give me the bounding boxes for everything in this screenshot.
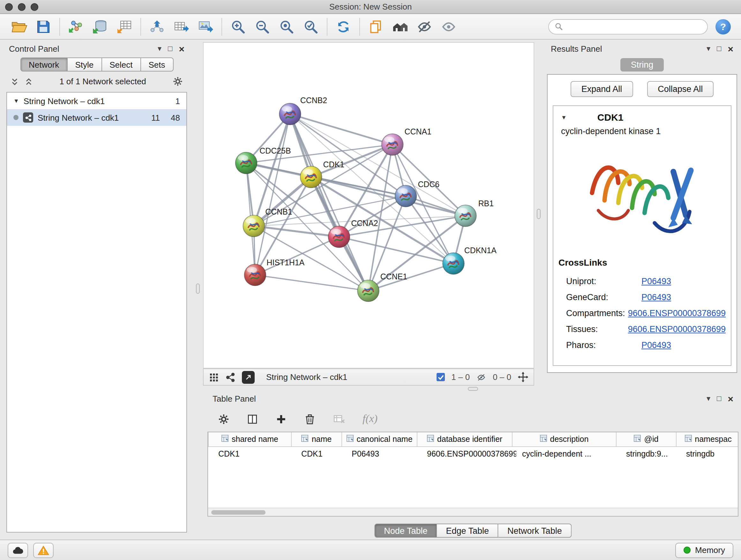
export-image-icon[interactable]	[194, 16, 217, 37]
zoom-out-icon[interactable]	[251, 16, 274, 37]
apply-layout-icon[interactable]	[332, 16, 355, 37]
scrollbar-thumb[interactable]	[211, 510, 266, 515]
panel-menu-icon[interactable]: ▾	[706, 395, 711, 402]
export-network-icon[interactable]	[145, 16, 169, 37]
import-table-file-icon[interactable]	[113, 16, 136, 37]
crosslink-link[interactable]: 9606.ENSP00000378699	[628, 324, 726, 334]
table-cell[interactable]: CDK1	[295, 447, 346, 461]
node-label: CDK1	[323, 160, 344, 169]
network-graph[interactable]: CCNB2CCNA1CDC25BCDK1CDC6RB1CCNB1CCNA2CDK…	[204, 43, 534, 368]
crosslink-link[interactable]: P06493	[642, 340, 671, 350]
table-cell[interactable]: CDK1	[212, 447, 295, 461]
show-all-eye-icon[interactable]	[437, 16, 460, 37]
tab-style[interactable]: Style	[67, 57, 102, 71]
collapse-all-chevrons-icon[interactable]	[10, 77, 19, 86]
panel-close-icon[interactable]: ×	[728, 44, 733, 53]
toolbar-separator	[59, 17, 60, 36]
panel-float-icon[interactable]: □	[717, 45, 722, 52]
share-network-icon[interactable]	[225, 372, 235, 382]
panel-menu-icon[interactable]: ▾	[706, 45, 711, 52]
panel-close-icon[interactable]: ×	[728, 394, 733, 403]
memory-button[interactable]: Memory	[675, 543, 733, 558]
network-node-CCNA2[interactable]: CCNA2	[328, 219, 378, 248]
search-input[interactable]	[567, 22, 701, 31]
network-node-CCNB2[interactable]: CCNB2	[279, 96, 327, 125]
column-header[interactable]: shared name	[209, 432, 292, 446]
save-session-button[interactable]	[32, 16, 55, 37]
zoom-fit-icon[interactable]	[275, 16, 298, 37]
table-cell[interactable]: cyclin-dependent ...	[516, 447, 620, 461]
panel-float-icon[interactable]: □	[717, 395, 722, 402]
column-header[interactable]: namespac	[677, 432, 738, 446]
hidden-eye-slash-icon[interactable]	[476, 373, 486, 381]
table-cell[interactable]: stringdb	[680, 447, 738, 461]
network-node-CDC25B[interactable]: CDC25B	[235, 146, 291, 174]
tab-network-table[interactable]: Network Table	[498, 523, 571, 538]
table-cell[interactable]: P06493	[346, 447, 421, 461]
horizontal-scrollbar[interactable]	[208, 508, 738, 516]
zoom-selected-icon[interactable]	[299, 16, 322, 37]
card-expanded-caret-icon[interactable]: ▼	[561, 114, 567, 120]
column-header[interactable]: description	[513, 432, 616, 446]
show-columns-icon[interactable]	[246, 413, 259, 425]
hide-selected-eye-slash-icon[interactable]	[413, 16, 436, 37]
node-table[interactable]: shared namenamecanonical namedatabase id…	[207, 432, 738, 516]
splitter-handle[interactable]	[468, 387, 478, 391]
network-row-selected[interactable]: String Network – cdk1 11 48	[7, 109, 186, 126]
table-cell[interactable]: stringdb:9...	[620, 447, 680, 461]
table-row[interactable]: CDK1CDK1P064939606.ENSP00000378699cyclin…	[208, 447, 738, 461]
crosslink-link[interactable]: 9606.ENSP00000378699	[628, 308, 726, 318]
column-header[interactable]: @id	[616, 432, 677, 446]
tab-sets[interactable]: Sets	[141, 57, 173, 71]
birdseye-grid-icon[interactable]	[209, 372, 219, 382]
expand-all-chevrons-icon[interactable]	[24, 77, 33, 86]
gear-icon[interactable]	[172, 76, 183, 87]
copy-icon[interactable]	[364, 16, 387, 37]
home-view-icon[interactable]	[389, 16, 412, 37]
delete-column-trash-icon[interactable]	[304, 413, 316, 425]
import-network-database-icon[interactable]	[89, 16, 112, 37]
search-icon	[555, 22, 563, 30]
column-header[interactable]: canonical name	[342, 432, 417, 446]
pan-crosshair-icon[interactable]	[518, 372, 529, 382]
add-column-plus-icon[interactable]	[275, 413, 287, 425]
import-network-file-icon[interactable]	[64, 16, 87, 37]
panel-menu-icon[interactable]: ▾	[158, 45, 161, 52]
panel-float-icon[interactable]: □	[168, 45, 173, 52]
search-field[interactable]	[548, 19, 708, 34]
network-node-CDKN1A[interactable]: CDKN1A	[443, 246, 496, 274]
network-node-RB1[interactable]: RB1	[455, 199, 494, 227]
help-button[interactable]: ?	[716, 19, 731, 34]
warnings-button[interactable]	[33, 543, 54, 558]
splitter-handle[interactable]	[196, 284, 200, 294]
tab-string[interactable]: String	[621, 58, 664, 71]
column-header[interactable]: database identifier	[417, 432, 513, 446]
zoom-in-icon[interactable]	[226, 16, 250, 37]
function-builder-fx[interactable]: f(x)	[362, 413, 378, 425]
expand-all-button[interactable]: Expand All	[570, 81, 633, 97]
column-header[interactable]: name	[292, 432, 342, 446]
tab-node-table[interactable]: Node Table	[374, 523, 437, 538]
table-cell[interactable]: 9606.ENSP00000378699	[421, 447, 516, 461]
crosslink-link[interactable]: P06493	[642, 293, 671, 302]
tab-select[interactable]: Select	[102, 57, 141, 71]
network-node-CCNA1[interactable]: CCNA1	[382, 127, 431, 155]
crosslink-row: GeneCard:P06493	[558, 289, 726, 305]
open-session-button[interactable]	[8, 16, 30, 37]
network-canvas[interactable]: CCNB2CCNA1CDC25BCDK1CDC6RB1CCNB1CCNA2CDK…	[203, 42, 534, 368]
network-collection-row[interactable]: ▼ String Network – cdk1 1	[7, 92, 186, 109]
tab-edge-table[interactable]: Edge Table	[437, 523, 498, 538]
cloud-button[interactable]	[8, 543, 28, 558]
toolbar-separator	[221, 17, 222, 36]
splitter-handle[interactable]	[537, 209, 541, 219]
annotation-mode-button[interactable]	[242, 371, 255, 383]
export-table-icon[interactable]	[170, 16, 193, 37]
collapse-all-button[interactable]: Collapse All	[647, 81, 714, 97]
tab-network[interactable]: Network	[20, 57, 67, 71]
selected-checkbox-icon[interactable]	[436, 373, 445, 381]
panel-close-icon[interactable]: ×	[179, 44, 185, 53]
tree-expanded-caret-icon[interactable]: ▼	[13, 98, 19, 104]
crosslink-link[interactable]: P06493	[642, 276, 671, 286]
table-gear-icon[interactable]	[218, 413, 230, 425]
network-node-HIST1H1A[interactable]: HIST1H1A	[245, 258, 305, 286]
